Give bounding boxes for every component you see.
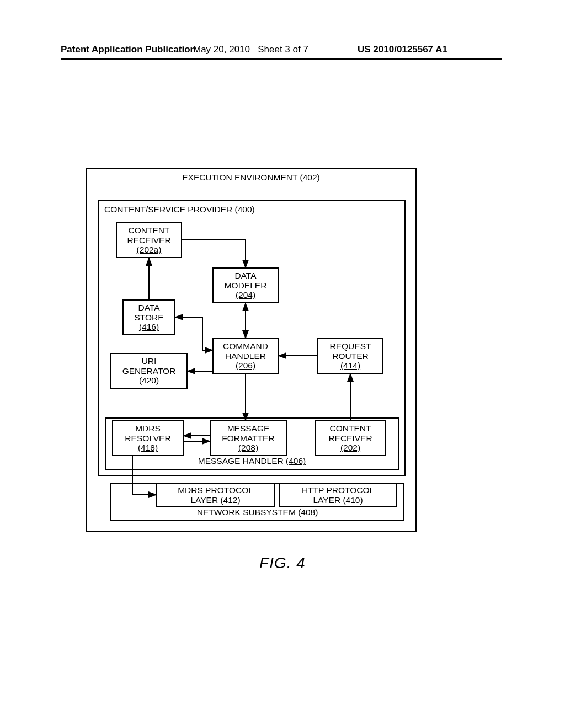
arrows-layer bbox=[86, 163, 417, 538]
header-date-sheet: May 20, 2010 Sheet 3 of 7 bbox=[193, 44, 308, 55]
header-pubnum: US 2010/0125567 A1 bbox=[358, 44, 447, 55]
diagram-area: EXECUTION ENVIRONMENT (402) CONTENT/SERV… bbox=[86, 163, 417, 538]
header-sheet: Sheet 3 of 7 bbox=[258, 44, 308, 55]
header-rule bbox=[61, 58, 502, 60]
header-date: May 20, 2010 bbox=[193, 44, 250, 55]
patent-page: Patent Application Publication May 20, 2… bbox=[0, 0, 565, 728]
figure-label: FIG. 4 bbox=[0, 554, 565, 572]
header-publication: Patent Application Publication bbox=[61, 44, 196, 55]
